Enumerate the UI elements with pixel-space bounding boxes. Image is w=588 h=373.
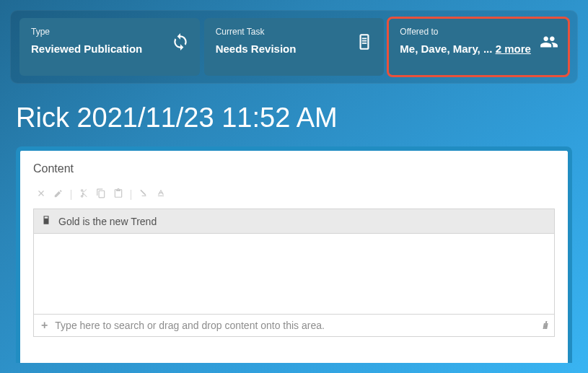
content-panel: Content Gold is the new Trend + Type her… [16,146,572,363]
editor-toolbar [33,185,555,209]
clipboard-icon [355,32,374,51]
document-icon [41,215,51,227]
users-icon [540,32,558,51]
offered-to-card[interactable]: Offered to Me, Dave, Mary, ... 2 more [388,18,569,76]
task-label: Current Task [216,27,373,37]
type-card[interactable]: Type Reviewed Publication [19,18,200,76]
cycle-icon [171,32,190,51]
offered-more-link[interactable]: 2 more [496,43,531,55]
toolbar-separator [131,190,131,200]
offered-label: Offered to [400,27,557,37]
content-item-title: Gold is the new Trend [58,216,157,227]
content-container: Gold is the new Trend + Type here to sea… [33,209,555,337]
task-value: Needs Revision [216,43,373,55]
library-icon[interactable]: ılı [543,320,547,331]
type-label: Type [31,27,188,37]
close-icon[interactable] [36,188,46,201]
content-item-header[interactable]: Gold is the new Trend [34,209,554,234]
cut-icon[interactable] [79,188,89,201]
type-value: Reviewed Publication [31,43,188,55]
clear-format-icon[interactable] [139,188,149,201]
search-placeholder: Type here to search or drag and drop con… [55,320,325,331]
current-task-card[interactable]: Current Task Needs Revision [204,18,385,76]
plus-icon: + [41,319,48,332]
format-icon[interactable] [156,188,166,201]
page-title: Rick 2021/11/23 11:52 AM [16,102,588,133]
content-heading: Content [33,162,555,175]
offered-names: Me, Dave, Mary, ... [400,43,495,55]
copy-icon[interactable] [96,188,106,201]
info-card-row: Type Reviewed Publication Current Task N… [10,10,578,84]
edit-icon[interactable] [53,188,63,201]
content-search-bar[interactable]: + Type here to search or drag and drop c… [34,314,554,336]
offered-value: Me, Dave, Mary, ... 2 more [400,43,557,55]
paste-icon[interactable] [113,188,123,201]
toolbar-separator [71,190,71,200]
